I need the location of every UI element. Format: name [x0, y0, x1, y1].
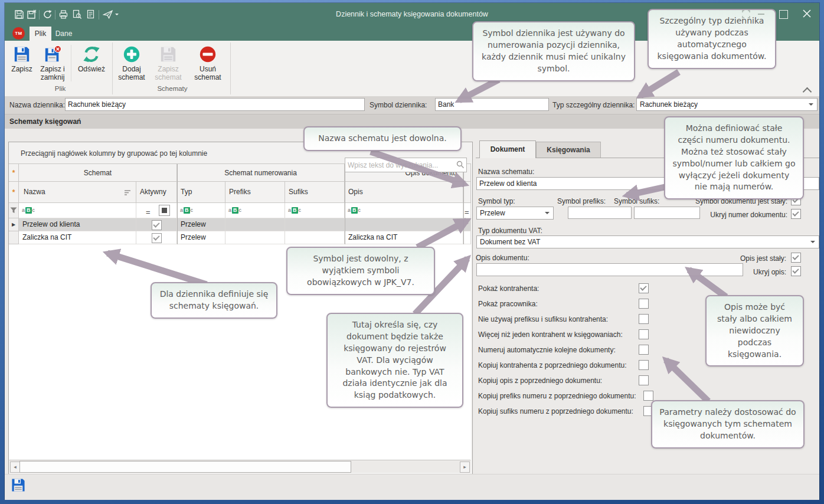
grid-row-cell-clipped[interactable]	[463, 218, 471, 231]
grid-row-cell-prefiks[interactable]	[225, 231, 285, 244]
symbol-typ-combo[interactable]: Przelew	[476, 207, 554, 220]
column-header-prefiks[interactable]: Prefiks	[225, 182, 285, 203]
option-checkbox[interactable]	[639, 345, 649, 355]
button-label: Zapisz	[150, 65, 187, 73]
scroll-right-button[interactable]: ▸	[460, 462, 470, 473]
grid-row-cell-aktywny[interactable]	[136, 218, 177, 231]
grid-row-cell-sufiks[interactable]	[285, 231, 345, 244]
aktywny-checkbox[interactable]	[152, 233, 162, 243]
abc-filter-icon: aBc	[180, 207, 193, 214]
column-header-sufiks[interactable]: Sufiks	[285, 182, 345, 203]
search-input[interactable]	[345, 158, 467, 172]
option-checkbox[interactable]	[639, 329, 649, 339]
dodaj-schemat-button[interactable]: Dodaj schemat	[115, 44, 149, 81]
option-label: Nie używaj prefiksu i sufiksu kontrahent…	[478, 315, 608, 323]
pin-window-button[interactable]	[741, 9, 750, 18]
status-bar	[5, 474, 819, 500]
option-checkbox[interactable]	[639, 299, 649, 309]
tab-plik[interactable]: Plik	[30, 27, 51, 41]
indeterminate-checkbox[interactable]	[159, 205, 170, 216]
grid-row-cell-nazwa[interactable]: Przelew od klienta	[19, 218, 136, 231]
option-checkbox[interactable]	[639, 360, 649, 370]
typ-szczegolny-combo[interactable]: Rachunek bieżący	[636, 98, 818, 111]
band-schemat-numerowania[interactable]: Schemat numerowania	[177, 164, 345, 182]
band-schemat[interactable]: Schemat	[19, 164, 177, 182]
tab-dokument[interactable]: Dokument	[479, 140, 536, 158]
horizontal-scrollbar[interactable]: ◂ ▸	[9, 460, 470, 473]
filter-cell-aktywny[interactable]: =	[136, 203, 177, 218]
symbol-dziennika-input[interactable]	[435, 98, 549, 111]
grid-row-cell-typ[interactable]: Przelew	[177, 218, 225, 231]
symbol-prefiks-input[interactable]	[568, 207, 632, 219]
equals-icon: =	[465, 206, 469, 218]
column-header-aktywny[interactable]: Aktywny	[136, 182, 177, 203]
scrollbar-thumb[interactable]	[19, 461, 351, 473]
button-label: zamknij	[37, 73, 68, 81]
asterisk-icon: *	[12, 169, 15, 177]
qat-refresh-button[interactable]	[42, 9, 53, 20]
qat-save-button[interactable]	[14, 9, 24, 20]
filter-cell-nazwa[interactable]: aBc	[19, 203, 136, 218]
qat-send-button[interactable]	[103, 9, 113, 20]
tooltip-nazwa-schematu: Nazwa schematu jest dowolna.	[303, 126, 462, 151]
minimize-button[interactable]	[758, 14, 764, 15]
option-checkbox[interactable]	[639, 314, 649, 324]
grid-row-cell-aktywny[interactable]	[136, 231, 177, 244]
odswiez-button[interactable]: Odśwież	[73, 44, 110, 73]
column-header-typ[interactable]: Typ	[177, 182, 225, 203]
zapisz-i-zamknij-button[interactable]: Zapisz i zamknij	[37, 44, 68, 81]
aktywny-checkbox[interactable]	[152, 220, 162, 230]
qat-export-pdf-button[interactable]	[86, 9, 96, 20]
grid-row-cell-sufiks[interactable]	[285, 218, 345, 231]
close-button[interactable]	[801, 8, 813, 19]
row-indicator: ▶	[9, 218, 19, 231]
nazwa-dziennika-input[interactable]	[65, 98, 365, 111]
button-label: Zapisz i	[37, 65, 68, 73]
option-checkbox[interactable]	[639, 375, 649, 385]
qat-print-preview-button[interactable]	[72, 9, 82, 20]
opis-staly-checkbox[interactable]	[791, 253, 801, 263]
ribbon-group-plik: Plik	[8, 85, 112, 92]
zapisz-button[interactable]: Zapisz	[8, 44, 35, 73]
grid-row-cell-clipped[interactable]	[463, 231, 471, 244]
ukryj-opis-checkbox[interactable]	[791, 266, 801, 276]
tab-dane[interactable]: Dane	[51, 27, 76, 41]
ukryj-numer-checkbox[interactable]	[791, 209, 801, 219]
qat-save-close-button[interactable]	[27, 9, 37, 20]
nazwa-schematu-label: Nazwa schematu:	[478, 168, 534, 176]
option-label: Pokaż pracownika:	[478, 300, 538, 308]
button-label: schemat	[188, 73, 228, 81]
option-checkbox[interactable]	[639, 283, 649, 293]
maximize-button[interactable]	[779, 10, 788, 19]
tooltip-typ-szczegolny: Szczególny typ dziennika używany podczas…	[648, 9, 776, 69]
grid-row-cell-typ[interactable]: Przelew	[177, 231, 225, 244]
filter-cell-prefiks[interactable]: aBc	[225, 203, 285, 218]
app-logo[interactable]: TM	[12, 27, 25, 40]
grid-row-cell-opis[interactable]: Zaliczka na CIT	[345, 231, 463, 244]
nazwa-dziennika-label: Nazwa dziennika:	[9, 101, 65, 109]
band-divider	[345, 164, 345, 244]
save-disabled-icon	[150, 44, 187, 65]
abc-filter-icon: aBc	[228, 207, 241, 214]
qat-print-button[interactable]	[58, 9, 68, 20]
option-checkbox[interactable]	[643, 391, 653, 401]
filter-cell-typ[interactable]: aBc	[177, 203, 225, 218]
grid-row-cell-opis[interactable]	[345, 218, 463, 231]
zapisz-schemat-button[interactable]: Zapisz schemat	[150, 44, 187, 81]
column-header-opis[interactable]: Opis	[345, 182, 463, 203]
asterisk-icon: *	[12, 188, 15, 197]
ukryj-numer-label: Ukryj numer dokumentu:	[679, 211, 787, 219]
filter-cell-sufiks[interactable]: aBc	[285, 203, 345, 218]
grid-row-cell-nazwa[interactable]: Zaliczka na CIT	[19, 231, 136, 244]
typ-vat-combo[interactable]: Dokument bez VAT	[476, 235, 819, 248]
scroll-left-button[interactable]: ◂	[10, 462, 20, 473]
save-indicator[interactable]	[11, 477, 27, 493]
filter-cell-clipped[interactable]: =	[463, 203, 471, 218]
filter-cell-opis[interactable]: aBc	[345, 203, 463, 218]
opis-staly-label: Opis jest stały:	[679, 254, 786, 263]
usun-schemat-button[interactable]: Usuń schemat	[188, 44, 228, 81]
tab-ksiegowania[interactable]: Księgowania	[536, 142, 601, 158]
grid-row-cell-prefiks[interactable]	[225, 218, 285, 231]
combo-value: Dokument bez VAT	[480, 238, 540, 246]
column-header-nazwa[interactable]: Nazwa	[19, 182, 136, 203]
